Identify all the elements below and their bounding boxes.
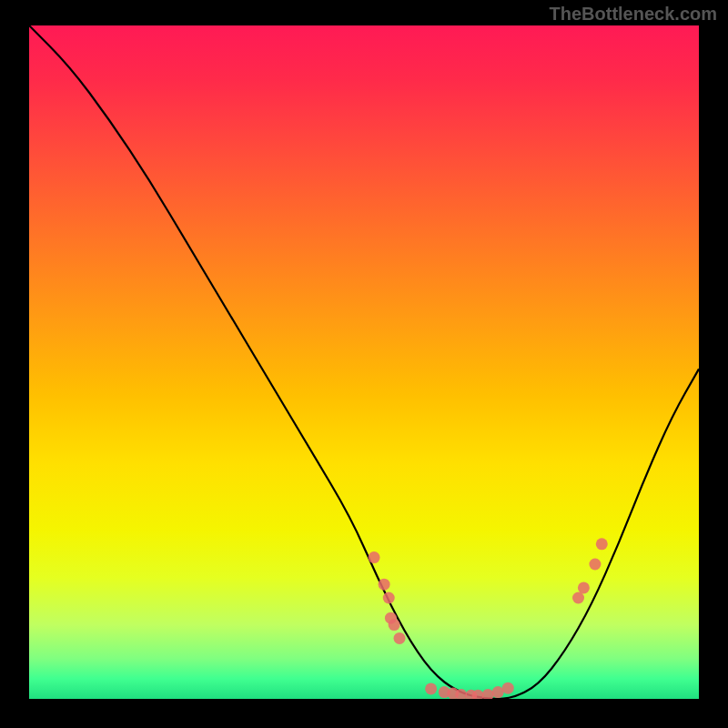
bottleneck-curve [29,25,699,699]
data-marker [425,682,437,694]
data-marker [369,551,380,563]
data-marker [383,592,395,604]
chart-container: TheBottleneck.com [0,0,728,728]
data-marker [389,619,400,631]
watermark-text: TheBottleneck.com [550,4,717,25]
plot-area [29,25,699,699]
data-marker [379,579,390,591]
data-marker [394,632,406,644]
curve-svg [29,25,699,699]
markers-group [369,538,608,699]
data-marker [572,592,584,604]
data-marker [482,689,494,699]
data-marker [502,682,514,694]
curve-path-group [29,25,699,699]
data-marker [596,538,608,550]
data-marker [578,581,590,593]
data-marker [589,559,601,571]
